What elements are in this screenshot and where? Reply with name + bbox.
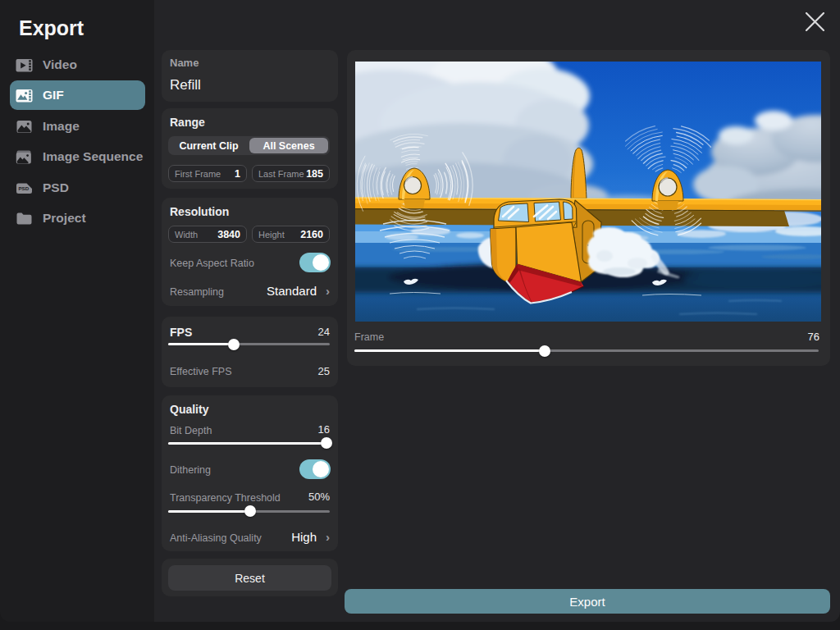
- svg-text:PSD: PSD: [18, 185, 29, 191]
